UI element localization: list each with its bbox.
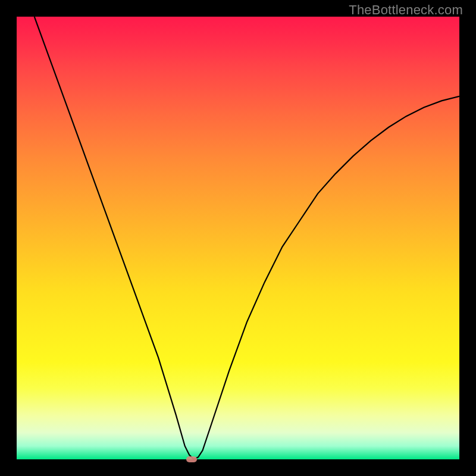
watermark-text: TheBottleneck.com (349, 2, 463, 18)
chart-frame: TheBottleneck.com (0, 0, 476, 476)
optimal-point-marker (186, 456, 197, 462)
bottleneck-curve (17, 17, 459, 459)
plot-area (17, 17, 459, 459)
